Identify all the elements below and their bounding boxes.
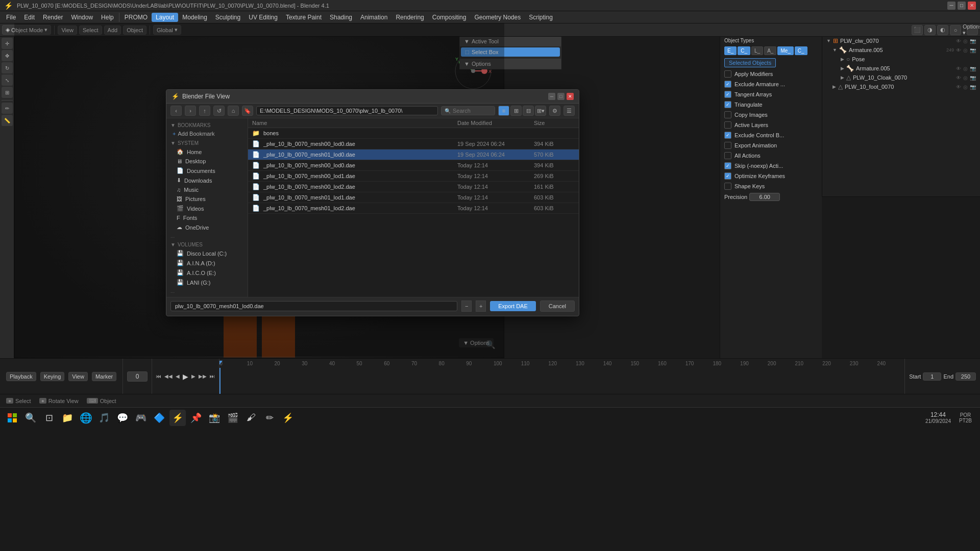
end-frame-input[interactable]: 250 — [955, 372, 976, 381]
app-16[interactable]: ⚡ — [280, 410, 296, 426]
close-button[interactable]: ✕ — [968, 2, 976, 10]
timeline-track[interactable]: 0 10 20 30 40 50 60 70 80 90 100 110 120… — [219, 359, 904, 394]
object-menu[interactable]: Object — [123, 26, 146, 35]
cancel-button[interactable]: Cancel — [540, 300, 575, 312]
app-15[interactable]: ✏ — [261, 410, 278, 426]
file-row-2[interactable]: 📄 _plw_10_lb_0070_mesh00_lod0.dae Today … — [248, 160, 579, 171]
sidebar-drive-g[interactable]: 💾 LANI (G:) — [166, 278, 248, 287]
tool-cursor[interactable]: ✛ — [2, 38, 13, 49]
apply-modifiers-checkbox[interactable] — [724, 70, 731, 78]
type-btn-l[interactable]: L_ — [751, 46, 763, 55]
menu-compositing[interactable]: Compositing — [428, 13, 471, 22]
foot-vis-icon[interactable]: 👁 — [956, 84, 961, 90]
fd-refresh-btn[interactable]: ↺ — [213, 106, 225, 116]
app-7[interactable]: 💬 — [114, 410, 131, 426]
sidebar-fonts[interactable]: F Fonts — [166, 213, 248, 222]
fd-settings-btn[interactable]: ☰ — [564, 106, 575, 116]
outliner-item-armature[interactable]: ▼ 🦴 Armature.005 249 👁 ◎ 📷 — [822, 45, 980, 55]
select-menu[interactable]: Select — [79, 26, 102, 35]
view-menu-tl[interactable]: View — [68, 372, 88, 381]
file-dialog-path[interactable]: E:\MODELS_DESIGN\MODS_10_0070\plw_10_lb_… — [256, 106, 438, 115]
skip-noexp-checkbox[interactable]: ✓ — [724, 162, 731, 169]
system-section[interactable]: ▼ System — [166, 138, 248, 147]
app-11[interactable]: 📌 — [188, 410, 204, 426]
next-frame-btn[interactable]: ▶▶ — [199, 373, 207, 379]
menu-uv-editing[interactable]: UV Editing — [244, 13, 282, 22]
fd-minimize-btn[interactable]: ─ — [548, 93, 555, 100]
outliner-render-icon[interactable]: 📷 — [970, 38, 976, 44]
timeline-playhead[interactable] — [219, 368, 220, 394]
file-explorer-taskbar[interactable]: 📁 — [59, 410, 76, 426]
fd-maximize-btn[interactable]: □ — [557, 93, 565, 100]
sidebar-drive-e[interactable]: 💾 A.I.C.O (E:) — [166, 268, 248, 278]
tool-annotate[interactable]: ✏ — [2, 103, 13, 114]
file-row-0[interactable]: 📄 _plw_10_lb_0070_mesh00_lod0.dae 19 Sep… — [248, 139, 579, 149]
viewport-options-btn[interactable]: Options ▾ — [967, 25, 978, 35]
file-row-bones[interactable]: 📁 bones — [248, 128, 579, 139]
transform-orientation[interactable]: Global ▾ — [153, 25, 181, 35]
outliner-item-collection[interactable]: ▼ ⊞ PLW_clw_0070 👁 ◎ 📷 — [822, 36, 980, 45]
tool-transform[interactable]: ⊞ — [2, 87, 13, 98]
keying-menu[interactable]: Keying — [40, 372, 65, 381]
file-row-3[interactable]: 📄 _plw_10_lb_0070_mesh00_lod1.dae Today … — [248, 171, 579, 182]
menu-rendering[interactable]: Rendering — [391, 13, 428, 22]
app-14[interactable]: 🖌 — [243, 410, 259, 426]
edge-taskbar[interactable]: 🌐 — [78, 410, 94, 426]
view-menu[interactable]: View — [58, 26, 77, 35]
tool-measure[interactable]: 📏 — [2, 115, 13, 126]
exclude-control-b-checkbox[interactable]: ✓ — [724, 132, 731, 139]
arm2-sel-icon[interactable]: ◎ — [963, 66, 968, 71]
arm2-render-icon[interactable]: 📷 — [970, 66, 976, 71]
sidebar-pictures[interactable]: 🖼 Pictures — [166, 194, 248, 204]
menu-shading[interactable]: Shading — [326, 13, 356, 22]
sidebar-documents[interactable]: 📄 Documents — [166, 166, 248, 176]
arm-render-icon[interactable]: 📷 — [970, 47, 976, 53]
app-8[interactable]: 🎮 — [133, 410, 149, 426]
file-row-1[interactable]: 📄 _plw_10_lb_0070_mesh01_lod0.dae 19 Sep… — [248, 149, 579, 160]
outliner-item-pose[interactable]: ▶ ○ Pose — [822, 55, 980, 64]
sidebar-drive-d[interactable]: 💾 A.I.N.A (D:) — [166, 258, 248, 268]
next-key-btn[interactable]: ▶ — [191, 373, 195, 379]
fd-back-btn[interactable]: ‹ — [170, 106, 182, 116]
menu-window[interactable]: Window — [67, 13, 97, 22]
fd-close-btn[interactable]: ✕ — [567, 93, 574, 100]
menu-layout[interactable]: Layout — [152, 13, 178, 22]
menu-geometry-nodes[interactable]: Geometry Nodes — [470, 13, 525, 22]
fd-decrement-btn[interactable]: − — [461, 300, 472, 312]
playback-menu[interactable]: Playback — [6, 372, 36, 381]
add-bookmark-btn[interactable]: + Add Bookmark — [166, 129, 248, 138]
fd-bookmark-btn[interactable]: 🔖 — [242, 106, 253, 116]
sidebar-onedrive[interactable]: ☁ OneDrive — [166, 222, 248, 232]
fd-home-btn[interactable]: ⌂ — [228, 106, 239, 116]
viewport-shading-3[interactable]: ◐ — [937, 25, 948, 35]
sidebar-music[interactable]: ♫ Music — [166, 185, 248, 194]
cloak-sel-icon[interactable]: ◎ — [963, 75, 968, 81]
outliner-item-foot[interactable]: ▶ △ PLW_10_foot_0070 👁 ◎ 📷 — [822, 82, 980, 91]
selected-objects-btn[interactable]: Selected Objects — [724, 58, 776, 67]
app-6[interactable]: 🎵 — [96, 410, 112, 426]
menu-edit[interactable]: Edit — [20, 13, 39, 22]
menu-animation[interactable]: Animation — [356, 13, 391, 22]
file-dialog-search-input[interactable] — [451, 107, 492, 114]
menu-modeling[interactable]: Modeling — [178, 13, 211, 22]
file-dialog-filename-input[interactable] — [170, 301, 457, 311]
prev-key-btn[interactable]: ◀ — [176, 373, 180, 379]
col-size-header[interactable]: Size — [534, 120, 575, 126]
bookmarks-section[interactable]: ▼ Bookmarks — [166, 120, 248, 129]
prev-frame-btn[interactable]: ◀◀ — [164, 373, 173, 379]
viewport-shading-4[interactable]: ○ — [950, 25, 961, 35]
menu-texture-paint[interactable]: Texture Paint — [282, 13, 326, 22]
fd-forward-btn[interactable]: › — [185, 106, 196, 116]
outliner-vis-icon[interactable]: 👁 — [956, 38, 961, 44]
play-btn[interactable]: ▶ — [183, 372, 188, 381]
arm2-vis-icon[interactable]: 👁 — [956, 66, 961, 71]
type-btn-e[interactable]: E_ — [724, 46, 737, 55]
fd-view-grid-btn[interactable]: ⊞ — [510, 106, 522, 116]
start-button[interactable] — [4, 410, 20, 426]
skip-end-btn[interactable]: ⏭ — [210, 373, 215, 379]
fd-up-btn[interactable]: ↑ — [199, 106, 210, 116]
foot-sel-icon[interactable]: ◎ — [963, 84, 968, 90]
tangent-arrays-checkbox[interactable]: ✓ — [724, 91, 731, 98]
viewport-shading-2[interactable]: ◑ — [924, 25, 936, 35]
arm-vis-icon[interactable]: 👁 — [956, 47, 961, 53]
